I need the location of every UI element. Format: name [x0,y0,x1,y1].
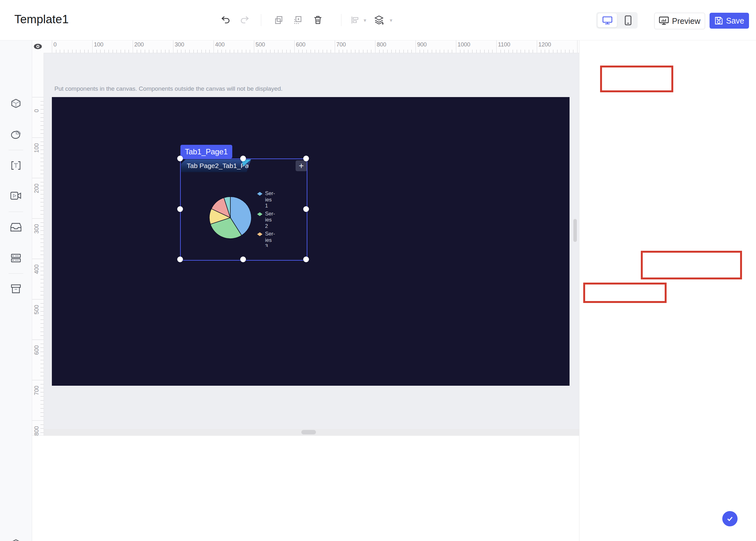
resize-handle-nw[interactable] [177,156,183,161]
toolbar-divider [341,14,341,26]
sidebar-item-3d[interactable] [0,95,32,113]
device-toggle [596,12,638,29]
sidebar-item-data[interactable] [0,249,32,267]
legend-item: Ser-ies3 [257,231,282,247]
cube-3d-icon [10,98,22,110]
sidebar-divider [9,212,23,212]
ruler-horizontal: 0100200300400500600700800900100011001200 [44,40,579,53]
sidebar-divider [9,273,23,274]
undo-button[interactable] [219,14,231,26]
sidebar-item-text[interactable] [0,157,32,175]
page-title: Template1 [14,13,69,26]
design-canvas[interactable] [52,97,569,386]
align-icon [349,15,360,25]
video-icon [10,191,22,201]
preview-monitor-icon [659,17,669,25]
ruler-origin-toggle[interactable] [32,40,44,53]
ruler-vertical: 0100200300400500600700800 [32,53,44,435]
save-icon [714,16,723,25]
mobile-toggle-button[interactable] [618,13,638,27]
selected-image-check-badge [722,511,738,526]
undo-icon [219,14,231,26]
resize-handle-sw[interactable] [177,257,183,262]
redo-button[interactable] [239,14,251,26]
check-icon [726,515,734,523]
inbox-icon [10,222,22,232]
legend-marker-icon [257,192,262,196]
sidebar-item-media[interactable] [0,187,32,205]
text-icon [10,160,22,171]
layers-stack-icon [10,539,22,541]
sidebar-divider [9,150,23,150]
align-caret-icon: ▼ [363,18,367,23]
mobile-icon [624,15,631,25]
resize-handle-w[interactable] [177,206,183,212]
desktop-icon [602,16,612,25]
layer-order-button[interactable] [373,14,385,26]
legend-item: Ser-ies1 [257,190,282,209]
pie-chart-component[interactable] [208,196,253,240]
legend-label: Ser-ies3 [265,231,275,247]
selected-component-label: Tab1_Page1 [181,145,232,159]
archive-box-icon [10,283,22,294]
top-bar: Template1 ▼ ▼ [0,0,756,40]
resize-handle-se[interactable] [303,257,309,262]
app-window: Template1 ▼ ▼ [0,0,756,541]
sidebar-layers-button[interactable] [0,535,32,541]
legend-label: Ser-ies1 [265,190,275,209]
page-panel [32,435,579,541]
legend-marker-icon [257,212,262,216]
settings-panel [579,40,756,541]
layers-icon [373,14,385,26]
preview-button[interactable]: Preview [654,13,705,29]
resize-handle-e[interactable] [303,206,309,212]
resize-handle-ne[interactable] [303,156,309,161]
canvas-hscroll-thumb[interactable] [301,430,316,434]
component-sidebar [0,40,32,541]
sidebar-item-charts[interactable] [0,126,32,144]
duplicate-style-button[interactable] [292,14,304,26]
legend-item: Ser-ies2 [257,211,282,230]
pie-legend: Ser-ies1Ser-ies2Ser-ies3 [257,190,282,247]
eye-icon [33,43,42,50]
duplicate-style-icon [293,15,303,25]
add-tab-button[interactable]: + [296,160,307,171]
save-button[interactable]: Save [710,13,749,29]
server-icon [10,253,22,264]
duplicate-button[interactable] [273,14,285,26]
delete-button[interactable] [312,14,324,26]
desktop-toggle-button[interactable] [597,13,617,27]
resize-handle-s[interactable] [240,257,246,262]
pie-chart-icon [10,129,22,140]
legend-marker-icon [257,232,262,236]
canvas-hint-text: Put components in the canvas. Components… [54,85,282,92]
duplicate-icon [274,15,284,25]
save-label: Save [726,16,744,25]
resize-handle-n[interactable] [240,156,246,161]
sidebar-item-archive[interactable] [0,280,32,298]
align-button[interactable] [349,14,361,26]
toolbar-divider [261,14,261,26]
canvas-vscroll-thumb[interactable] [573,219,577,242]
redo-icon [239,14,251,26]
trash-icon [312,14,324,26]
legend-label: Ser-ies2 [265,211,275,230]
layer-order-caret-icon: ▼ [389,18,393,23]
sidebar-item-materials[interactable] [0,218,32,236]
pie-svg [208,196,253,240]
canvas-tab-page[interactable]: Tab Page2_Tab1_Page1 × [181,160,251,172]
preview-label: Preview [672,17,700,26]
